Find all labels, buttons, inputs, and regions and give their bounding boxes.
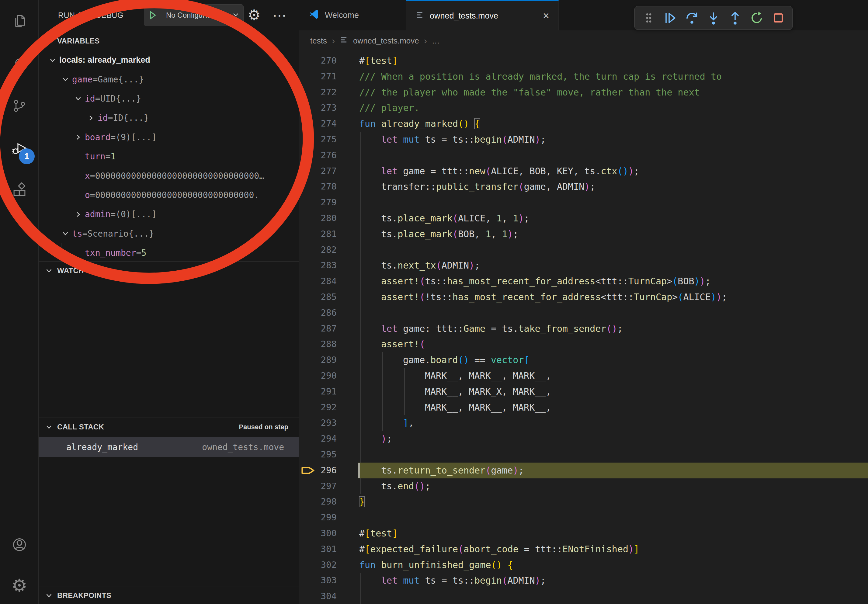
line-number[interactable]: 271 [299, 69, 337, 85]
variable-row-id[interactable]: id = UID{...} [39, 89, 299, 108]
step-over-button[interactable] [682, 8, 702, 28]
line-number[interactable]: 294 [299, 431, 337, 447]
stop-button[interactable] [769, 8, 788, 28]
explorer-icon[interactable] [0, 13, 39, 29]
line-number[interactable]: 291 [299, 384, 337, 400]
line-number[interactable]: 275 [299, 132, 337, 147]
line-number[interactable]: 303 [299, 573, 337, 589]
line-number[interactable]: 280 [299, 211, 337, 226]
watch-section-header[interactable]: WATCH [39, 262, 299, 279]
code-area[interactable]: 270#[test]271/// When a position is alre… [299, 51, 868, 604]
code-line-288[interactable]: 288assert!( [299, 336, 868, 352]
chevron-down-icon[interactable] [59, 229, 72, 237]
code-line-278[interactable]: 278transfer::public_transfer(game, ADMIN… [299, 179, 868, 195]
code-line-304[interactable]: 304 [299, 589, 868, 604]
debug-settings-gear-icon[interactable]: ⚙ [248, 0, 260, 30]
line-number[interactable]: 288 [299, 336, 337, 352]
settings-gear-icon[interactable]: ⚙ [0, 577, 39, 594]
source-control-icon[interactable] [0, 98, 39, 114]
code-line-297[interactable]: 297ts.end(); [299, 479, 868, 494]
line-number[interactable]: 301 [299, 541, 337, 557]
code-line-284[interactable]: 284assert!(ts::has_most_recent_for_addre… [299, 273, 868, 289]
variable-row-turn[interactable]: turn = 1 [39, 147, 299, 166]
call-stack-section-header[interactable]: CALL STACK Paused on step [39, 418, 299, 436]
variable-row-board[interactable]: board = (9)[...] [39, 128, 299, 147]
code-line-272[interactable]: 272/// the player who made the "false" m… [299, 85, 868, 101]
code-line-275[interactable]: 275let mut ts = ts::begin(ADMIN); [299, 132, 868, 147]
code-line-277[interactable]: 277let game = ttt::new(ALICE, BOB, KEY, … [299, 163, 868, 179]
code-line-289[interactable]: 289game.board() == vector[ [299, 352, 868, 368]
line-number[interactable]: 283 [299, 258, 337, 273]
search-icon[interactable] [0, 57, 39, 73]
code-line-280[interactable]: 280ts.place_mark(ALICE, 1, 1); [299, 211, 868, 226]
code-line-291[interactable]: 291MARK__, MARK_X, MARK__, [299, 384, 868, 400]
code-line-283[interactable]: 283ts.next_tx(ADMIN); [299, 258, 868, 273]
code-line-298[interactable]: 298} [299, 494, 868, 510]
code-line-294[interactable]: 294); [299, 431, 868, 447]
variables-section-header[interactable]: VARIABLES [39, 32, 299, 50]
drag-grip-icon[interactable] [639, 8, 659, 28]
line-number[interactable]: 281 [299, 226, 337, 242]
line-number[interactable]: 293 [299, 415, 337, 431]
code-line-301[interactable]: 301#[expected_failure(abort_code = ttt::… [299, 541, 868, 557]
line-number[interactable]: 286 [299, 305, 337, 321]
line-number[interactable]: 295 [299, 447, 337, 463]
line-number[interactable]: 304 [299, 589, 337, 604]
line-number[interactable]: 277 [299, 163, 337, 179]
code-line-293[interactable]: 293], [299, 415, 868, 431]
line-number[interactable]: 292 [299, 400, 337, 415]
line-number[interactable]: 284 [299, 273, 337, 289]
breakpoints-section-header[interactable]: BREAKPOINTS [39, 587, 299, 604]
more-actions-icon[interactable]: ⋯ [273, 0, 287, 30]
restart-button[interactable] [747, 8, 766, 28]
close-icon[interactable]: × [543, 10, 549, 21]
line-number[interactable]: 270 [299, 53, 337, 69]
code-line-286[interactable]: 286 [299, 305, 868, 321]
line-number[interactable]: 278 [299, 179, 337, 195]
stack-frame-row[interactable]: already_marked owned_tests.move [39, 437, 299, 457]
variable-row-o[interactable]: o = 0000000000000000000000000000000. [39, 186, 299, 205]
code-line-276[interactable]: 276 [299, 147, 868, 163]
chevron-right-icon[interactable] [71, 211, 85, 218]
step-out-button[interactable] [725, 8, 745, 28]
step-into-button[interactable] [704, 8, 723, 28]
chevron-right-icon[interactable] [71, 133, 85, 141]
line-number[interactable]: 282 [299, 242, 337, 258]
breadcrumb-item-tests[interactable]: tests [310, 36, 327, 46]
code-line-270[interactable]: 270#[test] [299, 53, 868, 69]
line-number[interactable]: 298 [299, 494, 337, 510]
code-line-303[interactable]: 303let mut ts = ts::begin(ADMIN); [299, 573, 868, 589]
line-number[interactable]: 290 [299, 368, 337, 384]
breadcrumb-item-symbol[interactable]: … [432, 36, 440, 46]
line-number[interactable]: 272 [299, 85, 337, 101]
line-number[interactable]: 279 [299, 195, 337, 211]
variable-row-game[interactable]: game = Game{...} [39, 70, 299, 89]
line-number[interactable]: 297 [299, 479, 337, 494]
start-debug-icon[interactable] [144, 8, 161, 22]
line-number[interactable]: 302 [299, 557, 337, 573]
line-number[interactable]: 287 [299, 321, 337, 337]
code-line-296[interactable]: 296ts.return_to_sender(game); [299, 463, 868, 479]
code-line-287[interactable]: 287let game: ttt::Game = ts.take_from_se… [299, 321, 868, 337]
variable-row-scope[interactable]: locals: already_marked [39, 51, 299, 70]
line-number[interactable]: 274 [299, 116, 337, 132]
variable-row-txn_number[interactable]: txn_number = 5 [39, 243, 299, 262]
tab-owned-tests-move[interactable]: owned_tests.move × [406, 0, 559, 30]
chevron-down-icon[interactable] [46, 56, 59, 64]
launch-config-dropdown[interactable]: No Configur… [144, 4, 243, 26]
code-line-292[interactable]: 292MARK__, MARK__, MARK__, [299, 400, 868, 415]
variable-row-admin[interactable]: admin = (0)[...] [39, 205, 299, 224]
variable-row-x[interactable]: x = 00000000000000000000000000000000… [39, 166, 299, 185]
chevron-right-icon[interactable] [84, 114, 98, 122]
code-line-285[interactable]: 285assert!(!ts::has_most_recent_for_addr… [299, 289, 868, 305]
code-line-279[interactable]: 279 [299, 195, 868, 211]
code-line-290[interactable]: 290MARK__, MARK__, MARK__, [299, 368, 868, 384]
code-line-282[interactable]: 282 [299, 242, 868, 258]
line-number[interactable]: 300 [299, 525, 337, 541]
code-line-271[interactable]: 271/// When a position is already marked… [299, 69, 868, 85]
chevron-down-icon[interactable] [71, 94, 85, 102]
code-line-302[interactable]: 302fun burn_unfinished_game() { [299, 557, 868, 573]
chevron-down-icon[interactable] [59, 76, 72, 83]
line-number[interactable]: 299 [299, 510, 337, 525]
variable-row-ts[interactable]: ts = Scenario{...} [39, 224, 299, 243]
